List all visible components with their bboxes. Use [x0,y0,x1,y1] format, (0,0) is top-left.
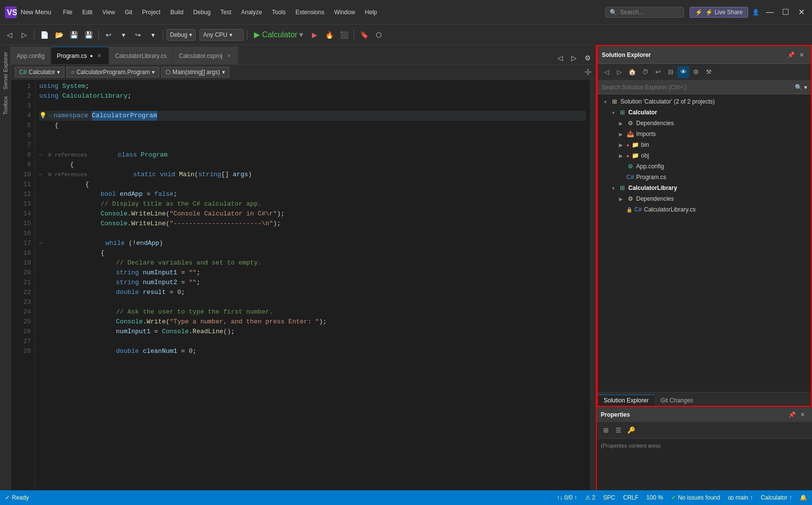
project-nav-dropdown[interactable]: C# Calculator ▾ [15,67,64,78]
tree-item-program-cs[interactable]: C# Program.cs [598,172,811,183]
prop-pin-btn[interactable]: 📌 [786,409,797,420]
breakpoints-button[interactable]: ⬛ [337,28,350,41]
save-button[interactable]: 💾 [67,28,80,41]
lib-deps-expand[interactable]: ▶ [617,195,624,202]
menu-window[interactable]: Window [330,7,359,18]
tab-close-program-cs[interactable]: ✕ [96,53,103,59]
platform-dropdown[interactable]: Any CPU ▾ [199,29,244,41]
se-pin-button[interactable]: 📌 [785,50,796,60]
method-nav-dropdown[interactable]: ⬡ Main(string[] args) ▾ [161,67,229,78]
maximize-button[interactable]: ☐ [779,5,792,19]
tree-item-obj[interactable]: ▶ ● 📁 obj [598,150,811,161]
menu-build[interactable]: Build [167,7,188,18]
menu-project[interactable]: Project [138,7,164,18]
imports-expand-icon[interactable]: ▶ [617,131,624,137]
menu-extensions[interactable]: Extensions [291,7,328,18]
tree-item-app-config[interactable]: ⚙ App.config [598,161,811,172]
se-sync-button[interactable]: ⏱ [639,66,651,78]
bin-expand-icon[interactable]: ▶ [617,141,624,148]
undo-dropdown[interactable]: ▾ [117,28,130,41]
tree-item-lib-dependencies[interactable]: ▶ ⚙ Dependencies [598,193,811,204]
tree-item-dependencies[interactable]: ▶ ⚙ Dependencies [598,118,811,129]
se-tab-git-changes[interactable]: Git Changes [654,395,699,406]
se-home-button[interactable]: 🏠 [626,66,638,78]
se-refresh-button[interactable]: ↩ [652,66,664,78]
fold-marker-17[interactable]: ▭ [39,239,42,248]
undo-button[interactable]: ↩ [102,28,115,41]
run-target-button[interactable]: ▶ [308,28,321,41]
menu-test[interactable]: Test [217,7,235,18]
menu-git[interactable]: Git [121,7,136,18]
prop-close-btn[interactable]: ✕ [797,409,808,420]
menu-file[interactable]: File [59,7,76,18]
run-button[interactable]: ▶ Calculator ▾ [251,29,306,40]
se-settings-button[interactable]: ⚙ [690,66,702,78]
se-extra-button[interactable]: ⚒ [703,66,715,78]
server-explorer-tab[interactable]: Server Explorer [1,49,9,92]
solution-expand-icon[interactable]: ▾ [602,98,609,105]
new-file-button[interactable]: 📄 [38,28,51,41]
tree-item-calculatorlibrary-cs[interactable]: 🔒 C# CalculatorLibrary.cs [598,204,811,215]
menu-debug[interactable]: Debug [189,7,214,18]
light-bulb-icon[interactable]: 💡 [39,111,47,121]
se-search-icon[interactable]: 🔍 [795,84,802,91]
se-collapse-button[interactable]: ⊟ [665,66,676,78]
tree-item-imports[interactable]: ▶ 📥 Imports [598,129,811,139]
menu-tools[interactable]: Tools [268,7,289,18]
fold-marker-10[interactable]: ▭ [39,170,42,180]
breakpoint-tool[interactable]: ⬡ [372,28,385,41]
tab-close-csproj[interactable]: ✕ [225,53,232,59]
tree-item-solution[interactable]: ▾ ⊞ Solution 'Calculator' (2 of 2 projec… [598,96,811,107]
redo-dropdown[interactable]: ▾ [146,28,159,41]
close-button[interactable]: ✕ [794,5,808,19]
code-content[interactable]: using System; using CalculatorLibrary; 💡… [35,80,590,505]
calculatorlibrary-expand-icon[interactable]: ▾ [610,185,616,191]
tab-calculatorlibrary-cs[interactable]: CalculatorLibrary.cs [109,47,173,64]
prop-grid-btn[interactable]: ⊞ [600,425,612,436]
calculator-expand-icon[interactable]: ▾ [610,109,616,116]
tab-settings[interactable]: ⚙ [581,52,594,64]
prop-list-btn[interactable]: ☰ [613,425,624,436]
tab-app-config[interactable]: App.config [11,47,51,64]
open-button[interactable]: 📂 [53,28,65,41]
redo-button[interactable]: ↪ [132,28,144,41]
menu-help[interactable]: Help [361,7,381,18]
obj-expand-icon[interactable]: ▶ [617,152,624,159]
toolbox-tab[interactable]: Toolbox [1,93,9,118]
status-notification[interactable]: 🔔 [800,494,807,501]
se-close-button[interactable]: ✕ [796,50,807,60]
tab-program-cs[interactable]: Program.cs ● ✕ [51,47,109,64]
menu-view[interactable]: View [98,7,119,18]
tab-calculator-csproj[interactable]: Calculator.csproj ✕ [173,47,239,64]
fold-marker-8[interactable]: ▭ [39,150,42,160]
prop-key-btn[interactable]: 🔑 [625,425,637,436]
hot-reload-button[interactable]: 🔥 [323,28,336,41]
debug-mode-dropdown[interactable]: Debug ▾ [167,29,196,41]
se-forward-button[interactable]: ▷ [614,66,625,78]
se-back-button[interactable]: ◁ [601,66,613,78]
se-search-options-icon[interactable]: ▾ [804,84,807,91]
tree-item-bin[interactable]: ▶ ● 📁 bin [598,139,811,150]
save-all-button[interactable]: 💾 [82,28,95,41]
minimize-button[interactable]: — [763,5,777,19]
se-tab-solution-explorer[interactable]: Solution Explorer [598,395,654,406]
back-button[interactable]: ◁ [3,28,16,41]
se-search-input[interactable] [602,84,793,91]
bookmark-button[interactable]: 🔖 [358,28,370,41]
live-share-button[interactable]: ⚡ ⚡ Live Share [690,7,748,18]
tree-item-calculator[interactable]: ▾ ⊞ Calculator [598,107,811,118]
search-box[interactable]: 🔍 Search... [605,7,684,18]
manage-connections-button[interactable]: 👤 [750,7,761,18]
namespace-nav-dropdown[interactable]: ○ CalculatorProgram.Program ▾ [66,67,159,78]
tree-item-calculatorlibrary[interactable]: ▾ ⊞ CalculatorLibrary [598,183,811,193]
forward-button[interactable]: ▷ [18,28,30,41]
fold-marker-4[interactable]: ▭ [49,111,52,121]
tab-scroll-right[interactable]: ▷ [567,52,580,64]
menu-edit[interactable]: Edit [78,7,96,18]
dependencies-expand-icon[interactable]: ▶ [617,120,624,127]
se-show-all-button[interactable]: 👁 [677,66,689,78]
nav-extra-btn[interactable]: ➕ [585,69,592,76]
vertical-scrollbar[interactable] [590,80,596,505]
menu-analyze[interactable]: Analyze [237,7,266,18]
tab-scroll-left[interactable]: ◁ [554,52,566,64]
